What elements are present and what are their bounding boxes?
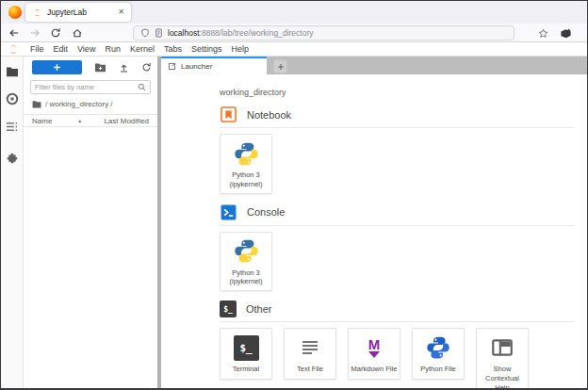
url-text: localhost:8888/lab/tree/working_director… — [168, 28, 314, 38]
terminal-icon: $_ — [234, 334, 259, 361]
launcher-card-python-file[interactable]: Python File — [412, 328, 465, 380]
launcher-card-markdown-file[interactable]: M Markdown File — [348, 328, 400, 380]
section-other: $_ Other $_ Terminal Text File — [220, 301, 574, 388]
file-browser-panel: / working_directory / Name ▲ Last Modifi… — [24, 57, 157, 388]
jupyter-favicon-icon — [32, 8, 42, 18]
card-label: Text File — [297, 365, 323, 374]
menu-file[interactable]: File — [25, 44, 49, 54]
tab-close-icon[interactable]: ✕ — [118, 8, 124, 16]
url-host: localhost — [168, 28, 200, 38]
section-notebook-cards: Python 3(ipykernel) — [220, 134, 574, 194]
kernel-detail: (ipykernel) — [229, 180, 262, 188]
shield-icon[interactable] — [140, 28, 150, 38]
browser-tabstrip: JupyterLab ✕ — [1, 1, 587, 24]
table-of-contents-icon[interactable] — [5, 119, 20, 134]
markdown-glyph: M — [368, 338, 381, 350]
menu-view[interactable]: View — [73, 44, 100, 54]
python-color-icon — [234, 140, 259, 167]
section-console-title: Console — [247, 206, 285, 218]
launcher-card-notebook-python3[interactable]: Python 3(ipykernel) — [220, 134, 272, 194]
current-directory-label: working_directory — [220, 88, 574, 97]
filter-files-box — [30, 80, 151, 94]
markdown-icon: M — [368, 334, 381, 361]
breadcrumb-path[interactable]: / working_directory / — [45, 100, 113, 108]
card-label: Python 3(ipykernel) — [229, 268, 262, 287]
new-launcher-button[interactable] — [32, 60, 82, 74]
column-last-modified[interactable]: Last Modified — [104, 117, 149, 125]
launcher-card-text-file[interactable]: Text File — [284, 328, 336, 380]
jupyter-logo-icon — [8, 43, 20, 56]
menu-edit[interactable]: Edit — [49, 44, 74, 54]
new-folder-button[interactable] — [94, 62, 106, 73]
tab-launcher-label: Launcher — [181, 62, 212, 71]
forward-button[interactable] — [27, 26, 41, 40]
terminal-glyph: $_ — [234, 335, 259, 361]
file-browser-toolbar — [24, 57, 157, 76]
launcher-panel: working_directory Notebook — [161, 74, 587, 388]
url-path: :8888/lab/tree/working_directory — [200, 28, 314, 38]
reload-button[interactable] — [48, 26, 62, 40]
menu-tabs[interactable]: Tabs — [159, 44, 187, 54]
terminal-icon: $_ — [220, 301, 237, 317]
home-folder-icon[interactable] — [32, 100, 41, 108]
dock-tab-bar: Launcher — [161, 57, 587, 74]
browser-tab-jupyterlab[interactable]: JupyterLab ✕ — [25, 3, 131, 22]
section-notebook-header: Notebook — [220, 106, 574, 128]
plus-icon — [277, 63, 285, 71]
python-file-icon — [426, 334, 450, 361]
activity-bar — [1, 57, 24, 388]
file-browser-icon[interactable] — [5, 64, 20, 79]
column-name[interactable]: Name — [32, 117, 52, 125]
section-notebook-title: Notebook — [247, 109, 291, 121]
home-button[interactable] — [70, 26, 84, 40]
section-notebook: Notebook Py — [220, 106, 574, 194]
section-console-header: Console — [220, 203, 574, 226]
tab-launcher[interactable]: Launcher — [161, 57, 267, 74]
menu-help[interactable]: Help — [226, 44, 253, 54]
extension-manager-icon[interactable] — [5, 151, 20, 166]
menu-kernel[interactable]: Kernel — [125, 44, 159, 54]
sort-caret-icon: ▲ — [77, 118, 82, 123]
breadcrumb[interactable]: / working_directory / — [24, 94, 157, 111]
filter-files-input[interactable] — [35, 83, 138, 91]
section-other-header: $_ Other — [220, 301, 574, 322]
launcher-card-terminal[interactable]: $_ Terminal — [220, 328, 272, 380]
launcher-card-contextual-help[interactable]: Show Contextual Help — [476, 328, 529, 388]
card-label: Markdown File — [351, 365, 398, 374]
running-kernels-icon[interactable] — [5, 91, 20, 106]
console-icon — [220, 203, 237, 221]
browser-navbar: localhost:8888/lab/tree/working_director… — [1, 24, 587, 42]
notebook-icon — [220, 106, 237, 123]
text-file-icon — [299, 334, 321, 361]
section-other-cards: $_ Terminal Text File M — [220, 328, 574, 388]
card-label: Show Contextual Help — [479, 365, 526, 388]
search-icon — [138, 83, 146, 91]
page-icon — [155, 28, 163, 38]
menu-settings[interactable]: Settings — [187, 44, 227, 54]
jupyterlab-menubar: File Edit View Run Kernel Tabs Settings … — [1, 42, 587, 57]
markdown-arrow — [368, 351, 380, 358]
browser-window: JupyterLab ✕ localhost:8888/lab/tree/wor… — [0, 0, 588, 390]
file-list-empty — [24, 127, 157, 388]
file-list-headers: Name ▲ Last Modified — [24, 114, 157, 127]
section-console: Console Pyt — [220, 203, 574, 292]
refresh-button[interactable] — [141, 62, 152, 73]
kernel-name: Python 3 — [232, 171, 260, 179]
launcher-card-console-python3[interactable]: Python 3(ipykernel) — [220, 232, 272, 292]
contextual-help-icon — [490, 334, 514, 361]
new-tab-button[interactable] — [273, 59, 287, 73]
menu-run[interactable]: Run — [100, 44, 125, 54]
plus-icon — [53, 63, 61, 72]
kernel-detail: (ipykernel) — [229, 277, 262, 285]
url-bar[interactable]: localhost:8888/lab/tree/working_director… — [133, 25, 514, 41]
card-label: Terminal — [233, 365, 259, 374]
python-color-icon — [234, 238, 259, 265]
card-label: Python File — [420, 365, 456, 374]
firefox-logo-icon — [8, 6, 22, 19]
bookmark-star-icon[interactable] — [536, 26, 550, 40]
browser-addon-icon[interactable] — [559, 26, 573, 40]
section-console-cards: Python 3(ipykernel) — [220, 232, 574, 292]
upload-button[interactable] — [119, 62, 129, 73]
card-label: Python 3(ipykernel) — [229, 171, 262, 189]
back-button[interactable] — [7, 26, 21, 40]
